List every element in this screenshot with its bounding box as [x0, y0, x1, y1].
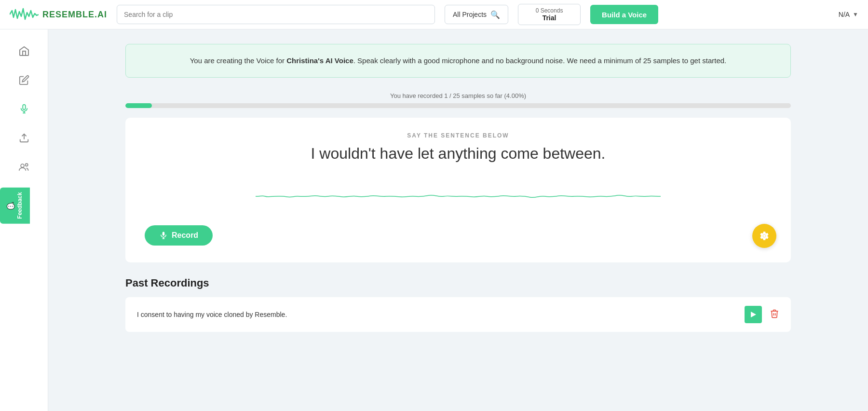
- edit-icon: [19, 75, 29, 85]
- main-content: You are creating the Voice for Christina…: [48, 29, 868, 346]
- home-icon: [18, 45, 30, 57]
- banner-text-before: You are creating the Voice for: [190, 56, 286, 65]
- logo: RESEMBLE.AI: [10, 7, 107, 22]
- logo-wave-icon: [10, 7, 39, 22]
- past-recordings-title: Past Recordings: [125, 277, 791, 289]
- sidebar-item-users[interactable]: [10, 155, 39, 179]
- sidebar-item-upload[interactable]: [10, 126, 39, 150]
- logo-text: RESEMBLE.AI: [42, 10, 107, 20]
- recording-row: I consent to having my voice cloned by R…: [125, 297, 791, 332]
- svg-point-4: [21, 164, 24, 167]
- microphone-record-icon: [159, 231, 168, 240]
- header: RESEMBLE.AI All Projects 🔍 0 Seconds Tri…: [0, 0, 868, 29]
- delete-button[interactable]: [770, 309, 779, 321]
- progress-bar-fill: [125, 103, 152, 108]
- trash-icon: [770, 309, 779, 318]
- sidebar-item-microphone[interactable]: [10, 97, 39, 121]
- banner-text-after: . Speak clearly with a good microphone a…: [353, 56, 727, 65]
- svg-rect-7: [163, 232, 165, 236]
- sidebar-item-home[interactable]: [10, 39, 39, 63]
- waveform-svg: [256, 182, 661, 211]
- record-button[interactable]: Record: [145, 225, 213, 246]
- play-icon: [750, 311, 757, 318]
- projects-label: All Projects: [453, 11, 487, 18]
- info-banner: You are creating the Voice for Christina…: [125, 44, 791, 78]
- sidebar-item-edit[interactable]: [10, 68, 39, 92]
- recording-actions: [745, 306, 779, 323]
- feedback-button[interactable]: 💬 Feedback: [0, 187, 30, 223]
- search-input[interactable]: [117, 5, 435, 24]
- progress-label: You have recorded 1 / 25 samples so far …: [125, 92, 791, 99]
- progress-bar-background: [125, 103, 791, 108]
- microphone-icon: [19, 104, 29, 114]
- feedback-button-container: 💬 Feedback: [0, 187, 30, 223]
- banner-voice-name: Christina's AI Voice: [286, 56, 353, 65]
- feedback-label: Feedback: [16, 192, 23, 219]
- recording-card: SAY THE SENTENCE BELOW I wouldn't have l…: [125, 118, 791, 262]
- trial-label: Trial: [542, 14, 556, 22]
- gear-icon: [759, 231, 770, 241]
- users-icon: [18, 162, 30, 172]
- trial-seconds: 0 Seconds: [536, 7, 563, 14]
- username-label: N/A: [839, 11, 850, 18]
- past-recordings-section: Past Recordings I consent to having my v…: [125, 277, 791, 332]
- recording-text: I consent to having my voice cloned by R…: [137, 311, 287, 318]
- upload-icon: [19, 133, 29, 143]
- user-menu[interactable]: N/A ▼: [839, 11, 858, 18]
- svg-marker-11: [751, 312, 756, 317]
- feedback-chat-icon: 💬: [7, 202, 14, 210]
- gear-settings-button[interactable]: [752, 224, 776, 248]
- projects-button[interactable]: All Projects 🔍: [445, 5, 508, 24]
- play-button[interactable]: [745, 306, 762, 323]
- svg-point-5: [25, 164, 27, 166]
- svg-point-10: [763, 234, 766, 237]
- trial-box: 0 Seconds Trial: [518, 4, 581, 25]
- say-sentence-label: SAY THE SENTENCE BELOW: [145, 132, 772, 139]
- search-magnifier-icon: 🔍: [490, 10, 500, 19]
- sentence-text: I wouldn't have let anything come betwee…: [145, 145, 772, 163]
- build-voice-button[interactable]: Build a Voice: [590, 5, 658, 24]
- svg-rect-0: [23, 105, 26, 110]
- waveform-area: [145, 182, 772, 211]
- record-label: Record: [172, 231, 198, 240]
- chevron-down-icon: ▼: [853, 11, 858, 18]
- progress-section: You have recorded 1 / 25 samples so far …: [125, 92, 791, 108]
